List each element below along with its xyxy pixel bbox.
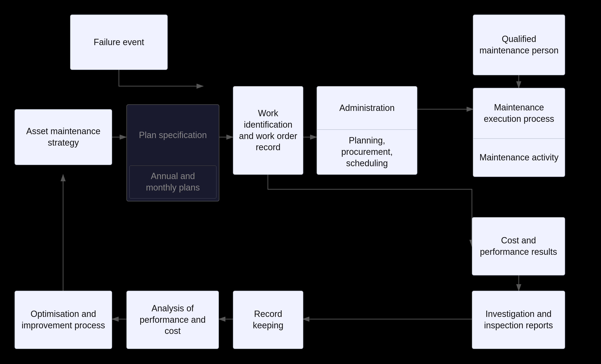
qualified-maintenance-label: Qualified maintenance person xyxy=(478,33,560,56)
maintenance-activity-label: Maintenance activity xyxy=(473,139,565,177)
analysis-box: Analysis of performance and cost xyxy=(126,291,219,349)
investigation-box: Investigation and inspection reports xyxy=(472,291,565,349)
plan-specification-box: Plan specification Annual and monthly pl… xyxy=(126,104,219,202)
optimisation-box: Optimisation and improvement process xyxy=(15,291,112,349)
cost-performance-label: Cost and performance results xyxy=(477,235,560,258)
asset-maintenance-box: Asset maintenance strategy xyxy=(15,109,112,165)
admin-container: Administration Planning, procurement, sc… xyxy=(317,86,417,175)
diagram: Failure event Qualified maintenance pers… xyxy=(0,0,601,364)
record-keeping-label: Record keeping xyxy=(238,308,298,331)
work-identification-label: Work identification and work order recor… xyxy=(238,108,298,153)
optimisation-label: Optimisation and improvement process xyxy=(20,308,107,331)
maintenance-container: Maintenance execution process Maintenanc… xyxy=(473,88,565,177)
asset-maintenance-label: Asset maintenance strategy xyxy=(20,126,107,149)
administration-label: Administration xyxy=(317,86,417,130)
planning-label: Planning, procurement, scheduling xyxy=(317,130,417,175)
maintenance-execution-label: Maintenance execution process xyxy=(473,88,565,139)
cost-performance-box: Cost and performance results xyxy=(472,217,565,275)
investigation-label: Investigation and inspection reports xyxy=(477,308,560,331)
analysis-label: Analysis of performance and cost xyxy=(132,303,213,337)
plan-specification-label: Plan specification xyxy=(127,105,219,163)
failure-event-box: Failure event xyxy=(70,15,168,70)
qualified-maintenance-box: Qualified maintenance person xyxy=(473,15,565,75)
annual-monthly-label: Annual and monthly plans xyxy=(129,165,216,199)
failure-event-label: Failure event xyxy=(94,37,144,48)
work-identification-box: Work identification and work order recor… xyxy=(233,86,303,175)
record-keeping-box: Record keeping xyxy=(233,291,303,349)
